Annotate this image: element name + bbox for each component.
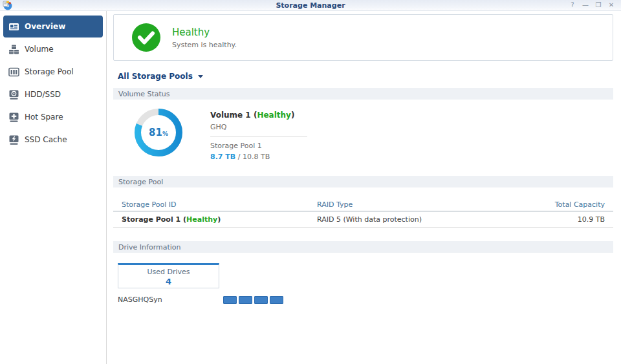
storage-manager-window: Overview Volume (0, 11, 621, 364)
volume-capacity: 8.7 TB / 10.8 TB (210, 153, 307, 161)
table-row[interactable]: Storage Pool 1 (Healthy) RAID 5 (With da… (113, 211, 613, 228)
percent-sign: % (162, 131, 168, 137)
maximize-icon[interactable]: ❐ (595, 2, 602, 8)
sidebar-item-ssd-cache[interactable]: SSD Cache (3, 129, 103, 151)
sidebar: Overview Volume (0, 11, 107, 364)
storage-pool-icon (8, 67, 19, 78)
sidebar-item-label: Storage Pool (25, 67, 74, 76)
drive-slot[interactable] (270, 296, 283, 304)
drive-slot[interactable] (223, 296, 237, 304)
column-header-pool-id: Storage Pool ID (122, 200, 317, 209)
healthy-check-icon (132, 23, 160, 52)
pool-filter-dropdown[interactable]: All Storage Pools (113, 72, 613, 81)
drive-information-section: Drive Information Used Drives 4 NASGHQSy… (113, 241, 613, 304)
enclosure-name: NASGHQSyn (118, 295, 223, 304)
capacity-separator: / (235, 153, 243, 161)
health-message: System is healthy. (172, 41, 237, 49)
sidebar-item-label: Volume (25, 45, 54, 54)
sidebar-item-overview[interactable]: Overview (3, 16, 103, 37)
drive-slot[interactable] (239, 296, 252, 304)
volume-total: 10.8 TB (243, 153, 270, 161)
enclosure-row: NASGHQSyn (118, 295, 613, 304)
sidebar-item-hot-spare[interactable]: Hot Spare (3, 106, 103, 128)
drive-slot[interactable] (254, 296, 268, 304)
titlebar: Storage Manager ? — ❐ ✕ (0, 0, 621, 11)
window-title: Storage Manager (0, 1, 621, 10)
content-area: Healthy System is healthy. All Storage P… (107, 11, 621, 364)
sidebar-item-label: SSD Cache (25, 135, 67, 144)
pool-id-text: Storage Pool 1 (122, 215, 180, 224)
percent-value: 81 (149, 127, 162, 138)
volume-description: GHQ (210, 123, 307, 131)
pool-status-paren: ) (217, 215, 221, 224)
used-drives-card[interactable]: Used Drives 4 (118, 263, 219, 288)
help-icon[interactable]: ? (569, 2, 576, 8)
sidebar-item-label: Hot Spare (25, 112, 63, 122)
hot-spare-icon (8, 112, 19, 123)
volume-usage-percent: 81% (134, 108, 183, 157)
drive-slots (223, 296, 283, 304)
divider (210, 136, 307, 137)
close-icon[interactable]: ✕ (608, 2, 615, 8)
volume-pool-name: Storage Pool 1 (210, 142, 307, 150)
total-capacity-cell: 10.9 TB (534, 215, 605, 224)
sidebar-item-storage-pool[interactable]: Storage Pool (3, 61, 103, 83)
pool-id-cell: Storage Pool 1 (Healthy) (122, 215, 317, 224)
sidebar-item-label: HDD/SSD (25, 90, 61, 99)
pool-status-text: Healthy (186, 215, 217, 224)
raid-type-cell: RAID 5 (With data protection) (317, 215, 534, 224)
sidebar-item-volume[interactable]: Volume (3, 38, 103, 60)
ssd-cache-icon (8, 134, 19, 145)
health-status: Healthy (172, 27, 237, 38)
overview-icon (8, 21, 19, 32)
chevron-down-icon (198, 75, 203, 78)
health-banner: Healthy System is healthy. (113, 14, 613, 61)
volume-icon (8, 44, 19, 55)
volume-status-text: Healthy (257, 111, 291, 120)
used-drives-count: 4 (118, 277, 219, 286)
column-header-total-capacity: Total Capacity (534, 200, 605, 209)
section-header-volume-status: Volume Status (113, 88, 613, 100)
window-controls: ? — ❐ ✕ (569, 2, 621, 8)
volume-info: Volume 1 (Healthy) GHQ Storage Pool 1 8.… (210, 108, 307, 161)
volume-name-text: Volume 1 (210, 111, 251, 120)
volume-status-panel: 81% Volume 1 (Healthy) GHQ Storage Pool … (113, 100, 613, 169)
storage-pool-table: Storage Pool ID RAID Type Total Capacity… (113, 198, 613, 228)
pool-filter-label: All Storage Pools (118, 72, 193, 81)
sidebar-item-label: Overview (25, 22, 65, 31)
volume-name: Volume 1 (Healthy) (210, 111, 307, 120)
used-drives-label: Used Drives (118, 268, 219, 276)
minimize-icon[interactable]: — (582, 2, 589, 8)
column-header-raid-type: RAID Type (317, 200, 534, 209)
hdd-ssd-icon (8, 89, 19, 100)
section-header-storage-pool: Storage Pool (113, 176, 613, 187)
table-header-row: Storage Pool ID RAID Type Total Capacity (113, 198, 613, 211)
storage-manager-app-icon (3, 1, 12, 10)
pool-status-paren: ( (180, 215, 186, 224)
volume-status-paren: ) (291, 111, 294, 120)
section-header-drive-info: Drive Information (113, 241, 613, 253)
sidebar-item-hdd-ssd[interactable]: HDD/SSD (3, 83, 103, 105)
volume-used: 8.7 TB (210, 153, 235, 161)
volume-usage-donut: 81% (134, 108, 183, 157)
